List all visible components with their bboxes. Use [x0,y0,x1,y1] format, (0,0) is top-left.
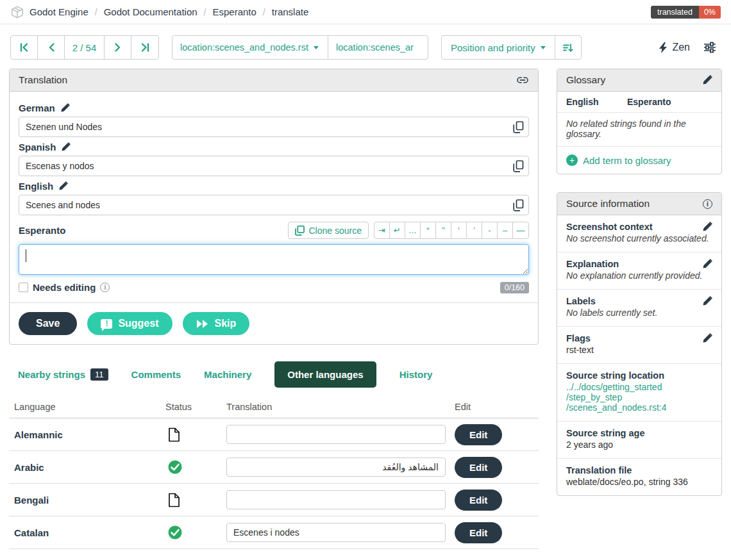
table-row: Catalan Edit [9,516,539,549]
english-source-field[interactable] [19,195,529,215]
settings-sliders-icon[interactable] [703,41,717,54]
german-translation-field[interactable] [19,117,529,137]
edit-pencil-icon[interactable] [702,222,712,232]
previous-string-button[interactable] [38,36,65,59]
row-language: Arabic [14,462,165,473]
status-empty-icon [165,427,226,442]
breadcrumb-page: translate [272,6,309,17]
order-by-value: Position and priority [451,42,535,53]
skip-forward-icon [196,320,209,328]
search-query-input[interactable]: location:scenes_ar [328,36,428,59]
clone-icon [295,226,305,236]
row-translation-field[interactable] [226,490,446,509]
needs-editing-checkbox[interactable] [19,283,28,292]
source-information-panel: Source information i Screenshot context … [557,192,722,496]
table-row: Arabic Edit [9,451,539,484]
suggest-button[interactable]: ! Suggest [87,312,172,335]
insert-hyphen-button[interactable]: - [482,222,498,238]
edit-pencil-icon[interactable] [58,181,68,191]
edit-pencil-icon[interactable] [702,333,712,343]
sort-direction-button[interactable] [555,36,581,59]
insert-en-dash-button[interactable]: – [498,222,513,238]
column-header-translation: Translation [226,402,455,412]
breadcrumb-project[interactable]: Godot Engine [29,6,88,17]
string-position-indicator: 2 / 54 [65,36,105,59]
insert-newline-button[interactable]: ↵ [390,222,405,238]
breadcrumb-separator: / [95,7,97,17]
zen-mode-button[interactable]: Zen [659,42,690,53]
translation-actions: Save ! Suggest Skip [10,302,538,344]
next-string-button[interactable] [105,36,131,59]
copy-to-clipboard-icon[interactable] [510,158,526,174]
copy-to-clipboard-icon[interactable] [510,119,526,135]
info-icon[interactable]: i [100,283,110,292]
clone-source-label: Clone source [309,226,362,236]
insert-open-single-quote-button[interactable]: ‘ [451,222,467,238]
tab-nearby-strings[interactable]: Nearby strings 11 [18,368,108,381]
skip-button[interactable]: Skip [183,312,250,335]
table-row: Alemannic Edit [9,418,539,451]
edit-pencil-icon[interactable] [61,142,71,152]
column-header-language: Language [14,402,165,412]
plus-icon: + [566,154,578,166]
flags-section: Flags rst-text [557,327,721,364]
row-translation-field[interactable] [226,457,446,477]
source-location-link[interactable]: ../../docs/getting_started /step_by_step… [566,382,712,413]
insert-em-dash-button[interactable]: — [513,222,528,238]
insert-ellipsis-button[interactable]: … [405,222,421,238]
translation-file-section: Translation file weblate/docs/eo.po, str… [557,459,721,495]
edit-pencil-icon[interactable] [702,259,712,269]
target-language-label: Esperanto [19,225,65,236]
badge-label: translated [651,6,699,19]
clone-source-button[interactable]: Clone source [288,222,369,239]
translation-panel-title: Translation [19,74,67,86]
edit-button[interactable]: Edit [455,522,502,543]
row-translation-field[interactable] [226,425,446,444]
table-row: Bengali Edit [9,484,539,516]
spanish-translation-field[interactable] [19,156,529,176]
last-string-button[interactable] [131,36,158,59]
edit-button[interactable]: Edit [455,424,502,445]
glossary-empty-message: No related strings found in the glossary… [557,113,721,147]
insert-close-quote-button[interactable]: ” [436,222,451,238]
tab-other-languages[interactable]: Other languages [274,361,376,388]
caret-down-icon [541,46,546,49]
tab-history[interactable]: History [399,369,433,380]
save-button[interactable]: Save [19,312,77,335]
order-by-dropdown[interactable]: Position and priority [442,36,555,59]
special-characters-toolbar: ⇥ ↵ … “ ” ‘ ’ - – — [374,222,529,239]
edit-glossary-pencil-icon[interactable] [702,75,712,85]
breadcrumb-component[interactable]: Godot Documentation [104,6,197,17]
first-string-button[interactable] [11,36,38,59]
detail-tabs: Nearby strings 11 Comments Machinery Oth… [18,361,539,388]
tab-comments[interactable]: Comments [131,369,181,380]
insert-close-single-quote-button[interactable]: ’ [467,222,482,238]
status-translated-icon [165,460,226,474]
breadcrumb-language[interactable]: Esperanto [212,6,256,17]
edit-pencil-icon[interactable] [60,103,70,113]
insert-tab-button[interactable]: ⇥ [374,222,390,238]
info-icon[interactable]: i [703,199,712,209]
row-language: Alemannic [14,429,165,440]
copy-to-clipboard-icon[interactable] [510,197,526,213]
search-filter-value: location:scenes_and_nodes.rst [180,42,308,53]
search-filter-group: location:scenes_and_nodes.rst location:s… [172,35,428,60]
edit-pencil-icon[interactable] [702,296,712,306]
search-filter-dropdown[interactable]: location:scenes_and_nodes.rst [172,36,328,59]
edit-button[interactable]: Edit [455,490,502,511]
app-header: Godot Engine / Godot Documentation / Esp… [0,0,731,24]
edit-button[interactable]: Edit [455,457,502,478]
status-empty-icon [165,493,226,507]
esperanto-translation-textarea[interactable] [19,244,529,275]
insert-open-quote-button[interactable]: “ [421,222,436,238]
add-term-to-glossary-button[interactable]: + Add term to glossary [557,147,721,174]
glossary-column-esperanto: Esperanto [627,97,712,107]
source-string-age-section: Source string age 2 years ago [557,422,721,459]
permalink-icon[interactable] [516,76,529,84]
screenshot-context-section: Screenshot context No screenshot current… [557,215,721,252]
tab-machinery[interactable]: Machinery [204,369,251,380]
breadcrumb-separator: / [263,7,265,17]
row-translation-field[interactable] [226,523,446,542]
translation-panel: Translation German [9,69,539,345]
badge-value: 0% [699,6,721,19]
